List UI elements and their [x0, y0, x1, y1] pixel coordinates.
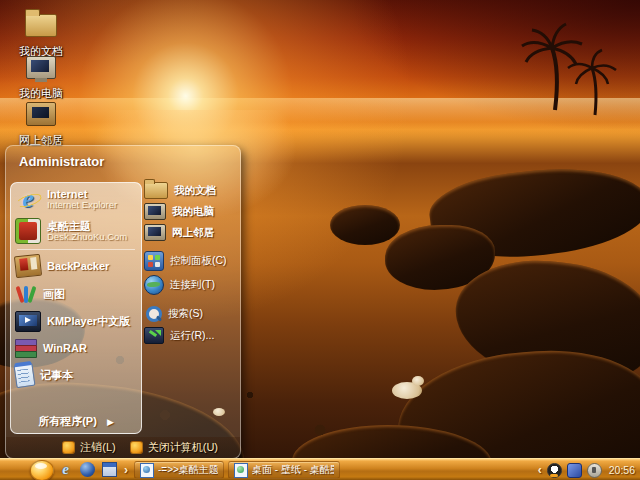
start-menu-left-panel: e Internet Internet Explorer 桌酷主题 Desk.Z…	[10, 182, 142, 434]
tray-chevron-icon[interactable]: ‹	[538, 463, 542, 477]
menu-place-run[interactable]: 运行(R)...	[142, 325, 236, 346]
log-off-button[interactable]: 注销(L)	[62, 440, 115, 455]
menu-item-label: Internet	[47, 188, 117, 200]
start-menu-username: Administrator	[19, 154, 104, 169]
quick-launch: e ›	[58, 462, 128, 477]
menu-item-paint[interactable]: 画图	[11, 280, 141, 308]
menu-place-label: 运行(R)...	[170, 329, 214, 343]
menu-place-search[interactable]: 搜索(S)	[142, 303, 236, 325]
run-icon	[144, 327, 164, 344]
start-button[interactable]	[30, 460, 54, 480]
control-panel-icon	[144, 251, 164, 271]
desktop-screen: 我的文档 我的电脑 网上邻居 Administrator e Internet …	[0, 0, 640, 480]
menu-item-label: WinRAR	[43, 342, 87, 354]
menu-item-label: BackPacker	[47, 260, 109, 272]
menu-item-label: 记事本	[40, 369, 73, 381]
start-menu-footer: 注销(L) 关闭计算机(U)	[6, 437, 240, 458]
menu-item-winrar[interactable]: WinRAR	[11, 335, 141, 361]
all-programs-button[interactable]: 所有程序(P) ▶	[11, 414, 141, 429]
my-computer-icon	[26, 56, 56, 79]
all-programs-label: 所有程序(P)	[38, 414, 97, 429]
start-menu: Administrator e Internet Internet Explor…	[5, 145, 241, 459]
quick-launch-window-icon[interactable]	[102, 462, 117, 477]
task-button-label: -=>>桌酷主题 - Mic...	[158, 463, 218, 477]
desktop-icon-network-places[interactable]: 网上邻居	[8, 102, 74, 148]
search-icon	[144, 305, 162, 323]
tray-ime-icon[interactable]	[587, 463, 602, 478]
tray-qq-icon[interactable]	[547, 463, 562, 478]
start-menu-right-panel: 我的文档 我的电脑 网上邻居 控制面板(C) 连接到(T) 搜	[142, 180, 236, 434]
menu-item-notepad[interactable]: 记事本	[11, 361, 141, 390]
menu-place-network-places[interactable]: 网上邻居	[142, 222, 236, 243]
wallpaper-rock	[330, 205, 400, 245]
menu-item-label: KMPlayer中文版	[47, 315, 130, 327]
menu-place-label: 连接到(T)	[170, 278, 215, 292]
menu-place-label: 我的电脑	[172, 205, 214, 219]
shut-down-icon	[130, 441, 143, 454]
log-off-label: 注销(L)	[80, 440, 115, 455]
ie-page-icon	[140, 463, 154, 478]
wallpaper-shell	[412, 376, 424, 386]
task-button-wallpaper[interactable]: 桌面 - 壁纸 - 桌酷壁...	[228, 461, 340, 479]
desktop-icon-label: 我的电脑	[8, 86, 74, 101]
task-button-label: 桌面 - 壁纸 - 桌酷壁...	[252, 463, 334, 477]
system-tray: ‹ 20:56	[538, 459, 638, 480]
paint-icon	[15, 283, 37, 305]
taskbar: e › -=>>桌酷主题 - Mic... 桌面 - 壁纸 - 桌酷壁... ‹…	[0, 458, 640, 480]
right-arrow-icon: ▶	[107, 417, 114, 427]
menu-place-label: 我的文档	[174, 184, 216, 198]
zhuoku-theme-icon	[15, 218, 41, 244]
menu-item-sublabel: Desk.ZhuoKu.Com	[47, 232, 127, 242]
menu-place-label: 网上邻居	[172, 226, 214, 240]
shut-down-button[interactable]: 关闭计算机(U)	[130, 440, 218, 455]
menu-separator	[17, 249, 135, 250]
menu-item-backpacker[interactable]: BackPacker	[11, 252, 141, 280]
menu-item-label: 画图	[43, 288, 65, 300]
log-off-icon	[62, 441, 75, 454]
menu-place-control-panel[interactable]: 控制面板(C)	[142, 249, 236, 273]
menu-item-zhuoku-theme[interactable]: 桌酷主题 Desk.ZhuoKu.Com	[11, 215, 141, 247]
tray-blue-icon[interactable]	[567, 463, 582, 478]
shut-down-label: 关闭计算机(U)	[148, 440, 218, 455]
notepad-icon	[13, 363, 35, 388]
quick-launch-sphere-icon[interactable]	[80, 462, 95, 477]
folder-icon	[144, 182, 168, 199]
menu-item-internet[interactable]: e Internet Internet Explorer	[11, 183, 141, 215]
menu-place-connect-to[interactable]: 连接到(T)	[142, 273, 236, 297]
menu-place-my-documents[interactable]: 我的文档	[142, 180, 236, 201]
menu-item-sublabel: Internet Explorer	[47, 200, 117, 210]
internet-explorer-icon: e	[15, 186, 41, 212]
box-app-icon	[14, 254, 42, 279]
menu-item-label: 桌酷主题	[47, 220, 127, 232]
taskbar-clock[interactable]: 20:56	[609, 464, 635, 476]
network-places-icon	[26, 102, 56, 126]
menu-place-label: 控制面板(C)	[170, 254, 227, 268]
quick-launch-ie-icon[interactable]: e	[58, 462, 73, 477]
task-button-zhuoku[interactable]: -=>>桌酷主题 - Mic...	[134, 461, 224, 479]
palm-trees-silhouette	[500, 10, 630, 120]
desktop-icon-my-computer[interactable]: 我的电脑	[8, 56, 74, 101]
globe-icon	[144, 275, 164, 295]
quick-launch-chevron-icon[interactable]: ›	[124, 463, 128, 477]
kmplayer-icon	[15, 311, 41, 332]
menu-place-my-computer[interactable]: 我的电脑	[142, 201, 236, 222]
desktop-icon-my-documents[interactable]: 我的文档	[8, 8, 74, 59]
ie-page-icon	[234, 463, 248, 478]
network-icon	[144, 224, 166, 241]
winrar-icon	[15, 338, 37, 358]
my-documents-icon	[25, 14, 57, 37]
menu-place-label: 搜索(S)	[168, 307, 203, 321]
menu-item-kmplayer[interactable]: KMPlayer中文版	[11, 308, 141, 335]
computer-icon	[144, 203, 166, 220]
